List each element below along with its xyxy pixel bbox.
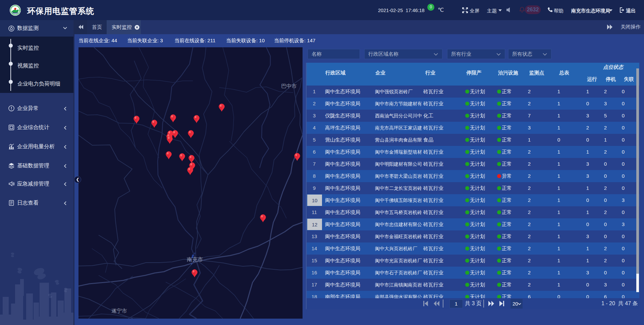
svg-text:遂宁市: 遂宁市: [111, 308, 127, 314]
svg-text:南充市: 南充市: [187, 257, 203, 262]
svg-text:巴中市: 巴中市: [281, 83, 297, 89]
